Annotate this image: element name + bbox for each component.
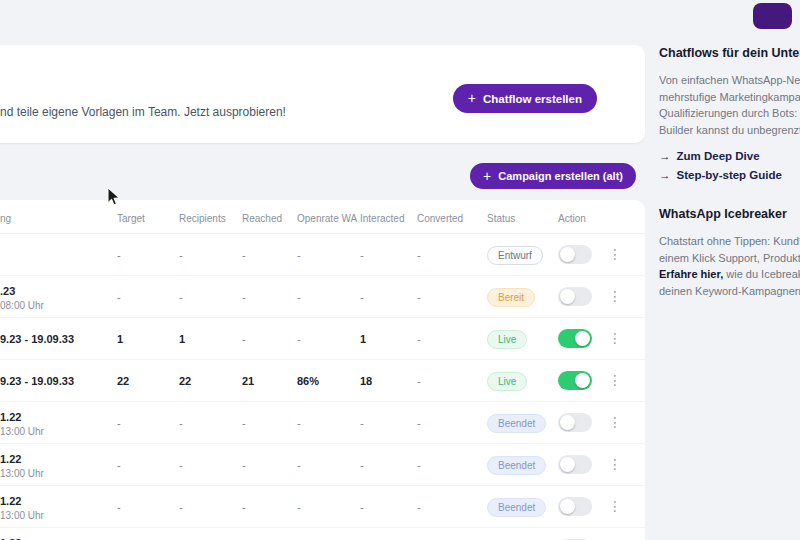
table-header-row: ngTargetRecipientsReachedOpenrate WAInte…: [0, 200, 645, 234]
target-cell: 1: [117, 333, 123, 345]
arrow-icon: →: [659, 169, 671, 181]
deep-dive-link[interactable]: → Zum Deep Dive: [659, 150, 800, 162]
campaign-active-toggle[interactable]: [558, 497, 592, 516]
interacted-cell: 1: [360, 333, 366, 345]
row-menu-button[interactable]: ⋮: [608, 371, 622, 389]
table-row: 1.22 13:00 Uhr - - - - - - Beendet ⋮: [0, 402, 645, 444]
sidebar-links: → Zum Deep Dive → Step-by-step Guide: [659, 150, 800, 181]
campaign-table: ngTargetRecipientsReachedOpenrate WAInte…: [0, 200, 645, 540]
openrate-cell: 86%: [297, 375, 319, 387]
row-menu-button[interactable]: ⋮: [608, 455, 622, 473]
converted-cell: -: [417, 291, 421, 303]
status-badge: Live: [487, 330, 527, 349]
campaign-active-toggle[interactable]: [558, 455, 592, 474]
schedule-time: 08:00 Uhr: [0, 300, 150, 311]
openrate-cell: -: [297, 249, 301, 261]
column-header: Action: [558, 213, 586, 224]
column-header: Openrate WA: [297, 213, 357, 224]
toggle-knob: [575, 373, 590, 388]
target-cell: -: [117, 291, 121, 303]
row-menu-button[interactable]: ⋮: [608, 287, 622, 305]
row-menu-button[interactable]: ⋮: [608, 245, 622, 263]
sidebar-text-line: Erfahre hier, wie du Icebreaker einricht…: [659, 266, 800, 283]
openrate-cell: -: [297, 501, 301, 513]
toggle-knob: [560, 247, 575, 262]
sidebar-section-title-icebreaker: WhatsApp Icebreaker: [659, 207, 800, 221]
table-row: 1.22 13:00 Uhr - - - - - - Beendet ⋮: [0, 486, 645, 528]
schedule-cell: [0, 249, 150, 252]
recipients-cell: -: [179, 501, 183, 513]
step-by-step-guide-link[interactable]: → Step-by-step Guide: [659, 169, 800, 181]
converted-cell: -: [417, 375, 421, 387]
chatflow-create-button[interactable]: + Chatflow erstellen: [453, 84, 597, 113]
row-menu-button[interactable]: ⋮: [608, 497, 622, 515]
column-header: Recipients: [179, 213, 226, 224]
schedule-time: 13:00 Uhr: [0, 468, 150, 479]
table-row: 9.23 - 19.09.33 1 1 - - 1 - Live ⋮: [0, 318, 645, 360]
help-sidebar: Chatflows für dein Unternehmen Von einfa…: [645, 0, 800, 540]
status-badge: Beendet: [487, 498, 546, 517]
sidebar-text-line: Von einfachen WhatsApp-Newslettern: [659, 72, 800, 89]
campaign-active-toggle[interactable]: [558, 371, 592, 390]
row-menu-button[interactable]: ⋮: [608, 413, 622, 431]
converted-cell: -: [417, 459, 421, 471]
schedule-cell: 1.22 13:00 Uhr: [0, 453, 150, 479]
target-cell: -: [117, 249, 121, 261]
chat-widget-button[interactable]: [753, 3, 792, 29]
reached-cell: 21: [242, 375, 254, 387]
interacted-cell: -: [360, 459, 364, 471]
sidebar-text-line: mehrstufige Marketingkampagnen bis: [659, 89, 800, 106]
converted-cell: -: [417, 249, 421, 261]
openrate-cell: -: [297, 333, 301, 345]
column-header: Interacted: [360, 213, 404, 224]
recipients-cell: -: [179, 291, 183, 303]
reached-cell: -: [242, 333, 246, 345]
interacted-cell: -: [360, 417, 364, 429]
target-cell: -: [117, 459, 121, 471]
sidebar-section-icebreaker: WhatsApp Icebreaker Chatstart ohne Tippe…: [659, 207, 800, 299]
schedule-date: 9.23 - 19.09.33: [0, 333, 150, 345]
promo-text: nd teile eigene Vorlagen im Team. Jetzt …: [0, 105, 286, 119]
toggle-knob: [560, 415, 575, 430]
reached-cell: -: [242, 249, 246, 261]
schedule-time: 13:00 Uhr: [0, 510, 150, 521]
campaign-create-label: Campaign erstellen (alt): [498, 170, 623, 182]
column-header: Converted: [417, 213, 463, 224]
chatflow-create-label: Chatflow erstellen: [483, 93, 582, 105]
recipients-cell: 1: [179, 333, 185, 345]
schedule-time: 13:00 Uhr: [0, 426, 150, 437]
arrow-icon: →: [659, 150, 671, 162]
status-badge: Entwurf: [487, 246, 543, 265]
sidebar-text-line: Chatstart ohne Tippen: Kund*innen wählen: [659, 233, 800, 250]
schedule-date: 1.22: [0, 495, 150, 507]
reached-cell: -: [242, 459, 246, 471]
converted-cell: -: [417, 333, 421, 345]
table-row: 9.23 - 19.09.33 22 22 21 86% 18 - Live ⋮: [0, 360, 645, 402]
sidebar-text-line: deinen Keyword-Kampagnen verknüpfst: [659, 283, 800, 300]
erfahre-hier-link[interactable]: Erfahre hier,: [659, 268, 723, 280]
sidebar-text-line: Qualifizierungen durch Bots: In unserem: [659, 105, 800, 122]
interacted-cell: -: [360, 291, 364, 303]
toggle-knob: [560, 289, 575, 304]
column-header: Target: [117, 213, 145, 224]
deep-dive-link-label: Zum Deep Dive: [677, 150, 760, 162]
campaign-active-toggle[interactable]: [558, 287, 592, 306]
table-row: .23 08:00 Uhr - - - - - - Bereit ⋮: [0, 276, 645, 318]
campaign-active-toggle[interactable]: [558, 413, 592, 432]
reached-cell: -: [242, 501, 246, 513]
target-cell: -: [117, 417, 121, 429]
interacted-cell: -: [360, 249, 364, 261]
plus-icon: +: [483, 169, 491, 183]
campaign-active-toggle[interactable]: [558, 329, 592, 348]
sidebar-text-fragment: wie du Icebreaker einrichtest: [723, 268, 800, 280]
column-header: Reached: [242, 213, 282, 224]
row-menu-button[interactable]: ⋮: [608, 329, 622, 347]
recipients-cell: -: [179, 417, 183, 429]
campaign-create-button[interactable]: + Campaign erstellen (alt): [470, 163, 636, 189]
interacted-cell: 18: [360, 375, 372, 387]
recipients-cell: -: [179, 249, 183, 261]
schedule-cell: 1.22 13:00 Uhr: [0, 411, 150, 437]
schedule-cell: 1.22 13:00 Uhr: [0, 495, 150, 521]
sidebar-text-line: einem Klick Support, Produktinfos oder: [659, 250, 800, 267]
campaign-active-toggle[interactable]: [558, 245, 592, 264]
